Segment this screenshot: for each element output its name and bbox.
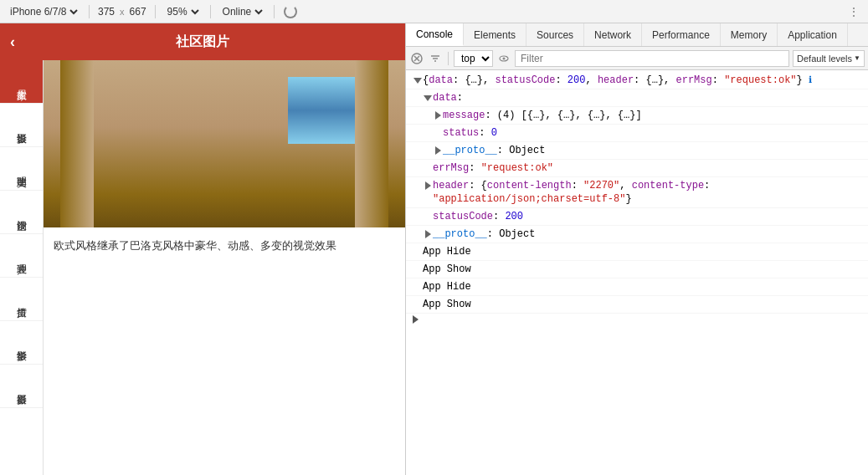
content-description: 欧式风格继承了巴洛克风格中豪华、动感、多变的视觉效果 <box>44 227 405 265</box>
sidebar-item-6[interactable]: 摄影学 <box>0 321 43 365</box>
console-line-4[interactable]: __proto__: Object <box>406 142 868 160</box>
rotate-button[interactable] <box>283 4 298 19</box>
sidebar-item-7[interactable]: 摄影器 <box>0 365 43 408</box>
toggle-4[interactable] <box>433 146 443 156</box>
console-output: {data: {…}, statusCode: 200, header: {…}… <box>406 70 868 475</box>
toolbar-sep-1 <box>448 52 449 65</box>
mobile-preview: ‹ 社区图片 家居生 摄影设 明建美 空阔设 户理装 广笛摄 摄影学 摄影器 <box>0 23 405 475</box>
tab-performance[interactable]: Performance <box>642 23 721 46</box>
levels-chevron-icon: ▼ <box>854 54 860 62</box>
console-line-9: App Hide <box>406 243 868 261</box>
network-select[interactable]: Online <box>219 5 265 18</box>
devtools-tabs: Console Elements Sources Network Perform… <box>406 23 868 47</box>
width-value: 375 <box>98 6 115 18</box>
console-line-10: App Show <box>406 261 868 278</box>
levels-label: Default levels <box>797 54 852 64</box>
console-line-7: statusCode: 200 <box>406 208 868 226</box>
console-line-6[interactable]: header: {content-length: "2270", content… <box>406 177 868 208</box>
toggle-6[interactable] <box>423 181 433 191</box>
main-content: ‹ 社区图片 家居生 摄影设 明建美 空阔设 户理装 广笛摄 摄影学 摄影器 <box>0 23 868 475</box>
room-background <box>44 60 405 227</box>
console-text-12: App Show <box>423 298 861 311</box>
sidebar-item-4[interactable]: 户理装 <box>0 234 43 278</box>
zoom-select[interactable]: 95% <box>164 5 202 18</box>
dimensions-x: x <box>120 7 125 17</box>
sidebar-item-2[interactable]: 明建美 <box>0 147 43 191</box>
console-line-3: status: 0 <box>406 125 868 142</box>
app-content: 欧式风格继承了巴洛克风格中豪华、动感、多变的视觉效果 <box>44 60 405 475</box>
console-text-3: status: 0 <box>443 126 861 140</box>
console-text-6: header: {content-length: "2270", content… <box>433 179 861 206</box>
network-selector[interactable]: Online <box>219 5 265 18</box>
console-text-8: __proto__: Object <box>433 227 861 241</box>
app-body: 家居生 摄影设 明建美 空阔设 户理装 广笛摄 摄影学 摄影器 欧式风格 <box>0 60 405 475</box>
tab-console[interactable]: Console <box>406 23 464 46</box>
console-line-8[interactable]: __proto__: Object <box>406 226 868 243</box>
toolbar-separator-2 <box>155 5 156 18</box>
height-value: 667 <box>130 6 146 18</box>
tab-memory[interactable]: Memory <box>721 23 778 46</box>
console-text-7: statusCode: 200 <box>433 210 861 223</box>
console-text-4: __proto__: Object <box>443 144 861 157</box>
prompt-chevron-icon <box>413 315 419 324</box>
tab-network[interactable]: Network <box>584 23 642 46</box>
console-text-9: App Hide <box>423 245 861 258</box>
toggle-2[interactable] <box>433 110 443 120</box>
back-button[interactable]: ‹ <box>10 33 15 51</box>
clear-icon <box>411 53 423 64</box>
console-text-5: errMsg: "request:ok" <box>433 161 861 175</box>
context-select[interactable]: top <box>454 50 493 67</box>
tab-sources[interactable]: Sources <box>526 23 584 46</box>
console-text-2: message: (4) [{…}, {…}, {…}, {…}] <box>443 109 861 122</box>
console-line-0[interactable]: {data: {…}, statusCode: 200, header: {…}… <box>406 72 868 89</box>
clear-console-button[interactable] <box>409 51 424 66</box>
svg-point-7 <box>503 57 506 59</box>
sidebar-item-3[interactable]: 空阔设 <box>0 191 43 234</box>
devtools-toolbar: top Default levels ▼ <box>406 47 868 70</box>
filter-icon <box>429 53 441 64</box>
console-prompt[interactable] <box>406 314 868 325</box>
app-title: 社区图片 <box>176 33 229 51</box>
sidebar-item-5[interactable]: 广笛摄 <box>0 278 43 321</box>
toggle-8[interactable] <box>423 229 433 239</box>
console-text-0: {data: {…}, statusCode: 200, header: {…}… <box>423 74 861 87</box>
more-icon: ⋮ <box>849 6 859 18</box>
app-sidebar: 家居生 摄影设 明建美 空阔设 户理装 广笛摄 摄影学 摄影器 <box>0 60 44 475</box>
room-curtain-left <box>60 60 94 227</box>
toolbar-separator-4 <box>274 5 275 18</box>
toolbar-separator-1 <box>89 5 90 18</box>
console-text-1: data: <box>433 91 861 105</box>
toggle-1[interactable] <box>423 93 433 103</box>
sidebar-item-1[interactable]: 摄影设 <box>0 104 43 147</box>
filter-toggle-button[interactable] <box>428 51 443 66</box>
tab-application[interactable]: Application <box>778 23 848 46</box>
top-toolbar: iPhone 6/7/8 375 x 667 95% Online ⋮ <box>0 0 868 23</box>
sidebar-item-0[interactable]: 家居生 <box>0 60 43 104</box>
devtools-panel: Console Elements Sources Network Perform… <box>405 23 868 475</box>
eye-button[interactable] <box>496 51 511 66</box>
eye-icon <box>498 53 510 64</box>
console-line-2[interactable]: message: (4) [{…}, {…}, {…}, {…}] <box>406 107 868 125</box>
device-selector[interactable]: iPhone 6/7/8 <box>7 5 80 18</box>
console-line-11: App Hide <box>406 278 868 296</box>
toolbar-separator-3 <box>210 5 211 18</box>
rotate-icon <box>284 5 297 18</box>
room-curtain-right <box>355 60 388 227</box>
filter-input[interactable] <box>515 50 789 67</box>
console-text-10: App Show <box>423 263 861 276</box>
toggle-0[interactable] <box>413 75 423 85</box>
console-text-11: App Hide <box>423 280 861 294</box>
default-levels-button[interactable]: Default levels ▼ <box>793 50 865 67</box>
zoom-selector[interactable]: 95% <box>164 5 202 18</box>
console-line-1[interactable]: data: <box>406 89 868 107</box>
console-line-12: App Show <box>406 296 868 314</box>
content-image <box>44 60 405 227</box>
tab-elements[interactable]: Elements <box>464 23 526 46</box>
console-line-5: errMsg: "request:ok" <box>406 160 868 177</box>
more-button[interactable]: ⋮ <box>846 4 861 19</box>
app-header: ‹ 社区图片 <box>0 23 405 60</box>
device-select[interactable]: iPhone 6/7/8 <box>7 5 80 18</box>
